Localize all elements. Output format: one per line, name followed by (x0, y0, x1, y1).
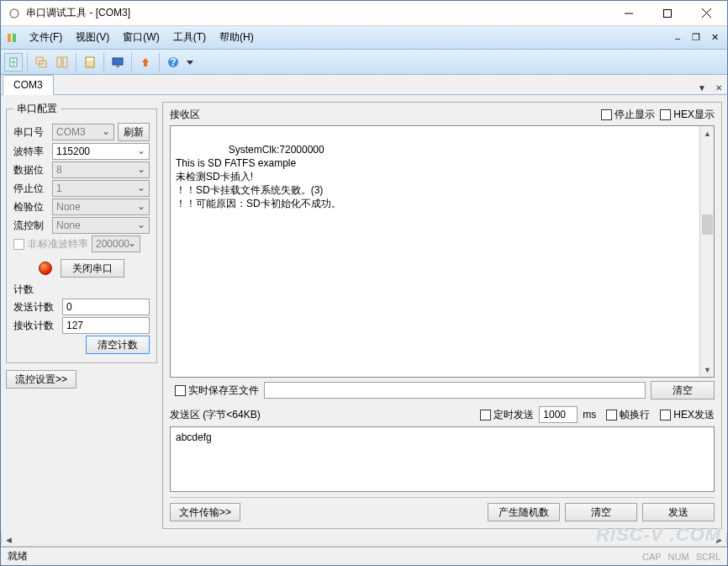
file-transfer-button[interactable]: 文件传输>> (170, 503, 240, 521)
content-scrollbar-h[interactable]: ◀ ▶ (1, 532, 727, 547)
svg-point-0 (10, 9, 18, 18)
tb-calc-icon[interactable] (81, 53, 99, 71)
mdi-minimize[interactable]: – (670, 30, 685, 45)
flow-combo[interactable]: None (52, 217, 150, 234)
svg-rect-17 (116, 66, 119, 67)
random-button[interactable]: 产生随机数 (488, 503, 560, 521)
svg-text:?: ? (170, 56, 176, 68)
recv-text: SystemClk:72000000 This is SD FATFS exam… (176, 144, 341, 209)
close-button[interactable] (687, 2, 725, 25)
status-ready: 就绪 (8, 549, 28, 563)
recv-count-label: 接收计数 (13, 319, 59, 333)
svg-rect-13 (63, 57, 67, 67)
svg-rect-6 (13, 34, 16, 42)
titlebar: 串口调试工具 - [COM3] (1, 1, 727, 26)
tab-com3[interactable]: COM3 (3, 75, 54, 95)
timed-send-check[interactable]: 定时发送 (480, 408, 534, 422)
tab-bar: COM3 ▼ ✕ (1, 75, 727, 95)
status-cap: CAP (642, 552, 662, 562)
hex-display-check[interactable]: HEX显示 (660, 108, 715, 122)
mdi-close[interactable]: ✕ (707, 30, 722, 45)
tb-new-icon[interactable] (4, 53, 23, 71)
recv-textarea[interactable]: SystemClk:72000000 This is SD FATFS exam… (170, 125, 715, 378)
main-area: 接收区 停止显示 HEX显示 SystemClk:72000000 This i… (162, 95, 727, 532)
flow-settings-button[interactable]: 流控设置>> (6, 370, 76, 389)
port-combo[interactable]: COM3 (52, 124, 114, 140)
serial-config-group: 串口配置 串口号 COM3 刷新 波特率115200 数据位8 停止位1 检验位… (6, 102, 157, 363)
serial-config-legend: 串口配置 (13, 102, 61, 116)
svg-rect-12 (57, 57, 61, 67)
toolbar: ? (1, 50, 727, 75)
nonstd-checkbox[interactable] (13, 239, 24, 250)
statusbar: 就绪 CAP NUM SCRL (1, 547, 727, 565)
menu-view[interactable]: 视图(V) (69, 27, 116, 48)
tb-cascade-icon[interactable] (32, 53, 50, 71)
parity-label: 检验位 (13, 200, 49, 214)
baud-label: 波特率 (13, 145, 49, 159)
menu-file[interactable]: 文件(F) (23, 27, 69, 48)
window-title: 串口调试工具 - [COM3] (26, 6, 609, 20)
send-legend: 发送区 (字节<64KB) (170, 408, 470, 422)
recv-legend: 接收区 (170, 108, 596, 122)
svg-rect-2 (664, 9, 672, 17)
menu-window[interactable]: 窗口(W) (116, 27, 166, 48)
stopbits-label: 停止位 (13, 182, 49, 196)
content: 串口配置 串口号 COM3 刷新 波特率115200 数据位8 停止位1 检验位… (1, 95, 727, 532)
recv-clear-button[interactable]: 清空 (651, 381, 715, 399)
stop-display-check[interactable]: 停止显示 (601, 108, 655, 122)
nonstd-label: 非标准波特率 (28, 237, 88, 251)
save-file-path[interactable] (264, 382, 646, 399)
timed-value-field[interactable] (539, 406, 578, 423)
nonstd-combo[interactable]: 200000 (92, 235, 140, 252)
tb-tileh-icon[interactable] (53, 53, 71, 71)
mdi-restore[interactable]: ❐ (688, 30, 704, 45)
tb-upload-icon[interactable] (136, 53, 155, 71)
menu-icon[interactable] (4, 29, 19, 46)
close-port-button[interactable]: 关闭串口 (61, 259, 124, 278)
stopbits-combo[interactable]: 1 (52, 180, 150, 197)
app-icon (8, 7, 21, 20)
menubar: 文件(F) 视图(V) 窗口(W) 工具(T) 帮助(H) – ❐ ✕ (1, 26, 727, 50)
flow-label: 流控制 (13, 219, 49, 233)
send-button[interactable]: 发送 (642, 503, 715, 521)
sidebar: 串口配置 串口号 COM3 刷新 波特率115200 数据位8 停止位1 检验位… (1, 95, 162, 532)
tb-monitor-icon[interactable] (108, 53, 127, 71)
menu-help[interactable]: 帮助(H) (213, 27, 261, 48)
databits-label: 数据位 (13, 163, 49, 177)
tb-dropdown-icon[interactable] (185, 53, 195, 71)
count-legend: 计数 (13, 283, 150, 297)
send-textarea[interactable]: abcdefg (170, 426, 715, 492)
menu-tools[interactable]: 工具(T) (166, 27, 213, 48)
svg-rect-16 (113, 58, 123, 65)
maximize-button[interactable] (648, 2, 687, 25)
databits-combo[interactable]: 8 (52, 161, 150, 178)
svg-rect-5 (8, 34, 11, 42)
minimize-button[interactable] (609, 2, 648, 25)
send-count-label: 发送计数 (13, 300, 59, 315)
clear-count-button[interactable]: 清空计数 (86, 336, 150, 354)
save-file-check[interactable]: 实时保存至文件 (175, 384, 259, 398)
send-clear-button[interactable]: 清空 (565, 503, 637, 521)
status-led-icon (39, 262, 52, 275)
parity-combo[interactable]: None (52, 198, 150, 215)
timed-unit: ms (583, 409, 596, 421)
tb-help-icon[interactable]: ? (164, 53, 182, 71)
recv-count-field[interactable]: 127 (62, 317, 150, 334)
status-scrl: SCRL (696, 552, 720, 562)
send-count-field[interactable]: 0 (62, 299, 150, 315)
port-label: 串口号 (13, 125, 49, 140)
recv-group: 接收区 停止显示 HEX显示 SystemClk:72000000 This i… (162, 102, 722, 529)
frame-wrap-check[interactable]: 帧换行 (606, 408, 650, 422)
tab-close-icon[interactable]: ✕ (712, 81, 725, 94)
status-num: NUM (668, 552, 689, 562)
baud-combo[interactable]: 115200 (52, 143, 150, 160)
tab-dropdown-icon[interactable]: ▼ (695, 81, 709, 94)
recv-scrollbar-v[interactable]: ▲ ▼ (699, 126, 714, 377)
hex-send-check[interactable]: HEX发送 (660, 408, 715, 422)
refresh-button[interactable]: 刷新 (118, 123, 150, 141)
svg-rect-15 (87, 58, 93, 61)
